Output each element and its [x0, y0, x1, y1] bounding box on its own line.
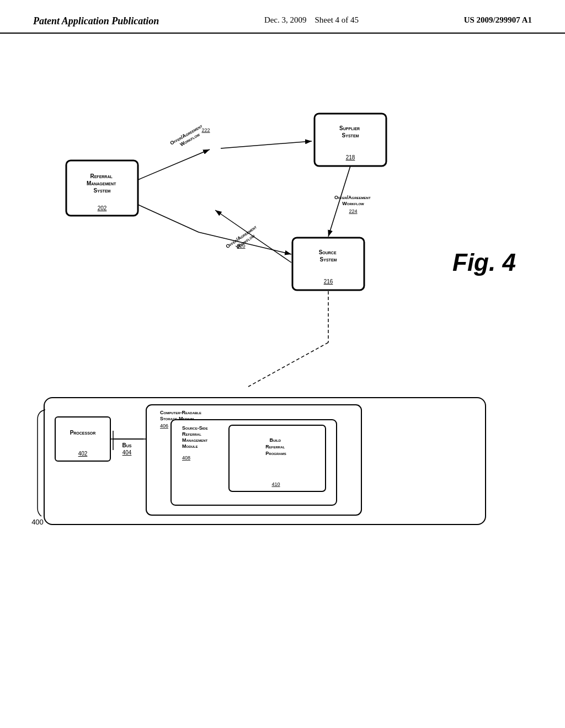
- bus-label: Bus: [122, 442, 132, 448]
- fig-label: Fig. 4: [452, 249, 516, 276]
- svg-text:222: 222: [201, 127, 210, 133]
- page-header: Patent Application Publication Dec. 3, 2…: [0, 0, 565, 34]
- sheet-info: Sheet 4 of 45: [315, 15, 359, 24]
- svg-text:404: 404: [122, 449, 132, 456]
- svg-line-9: [221, 141, 312, 148]
- diagram-area: Referral Management System 202 Supplier …: [0, 34, 565, 706]
- svg-text:402: 402: [78, 451, 88, 457]
- svg-text:220: 220: [237, 243, 245, 249]
- supplier-number: 218: [346, 154, 355, 160]
- svg-line-16: [138, 205, 199, 232]
- publication-title: Patent Application Publication: [33, 15, 159, 27]
- header-center: Dec. 3, 2009 Sheet 4 of 45: [264, 15, 359, 25]
- ref-mgmt-number: 202: [98, 205, 107, 211]
- source-number: 216: [324, 279, 333, 285]
- publication-date: Dec. 3, 2009: [264, 15, 307, 24]
- svg-text:Processor: Processor: [70, 430, 96, 436]
- svg-text:224: 224: [349, 208, 357, 214]
- svg-line-6: [138, 149, 210, 180]
- svg-text:410: 410: [271, 481, 280, 487]
- diagram-400-number: 400: [31, 518, 44, 526]
- svg-text:Offer/Agreement
      Workflow: Offer/Agreement Workflow: [169, 122, 207, 151]
- svg-line-21: [248, 342, 328, 387]
- svg-text:408: 408: [182, 455, 190, 461]
- svg-text:406: 406: [160, 423, 168, 429]
- patent-number: US 2009/299907 A1: [464, 15, 532, 25]
